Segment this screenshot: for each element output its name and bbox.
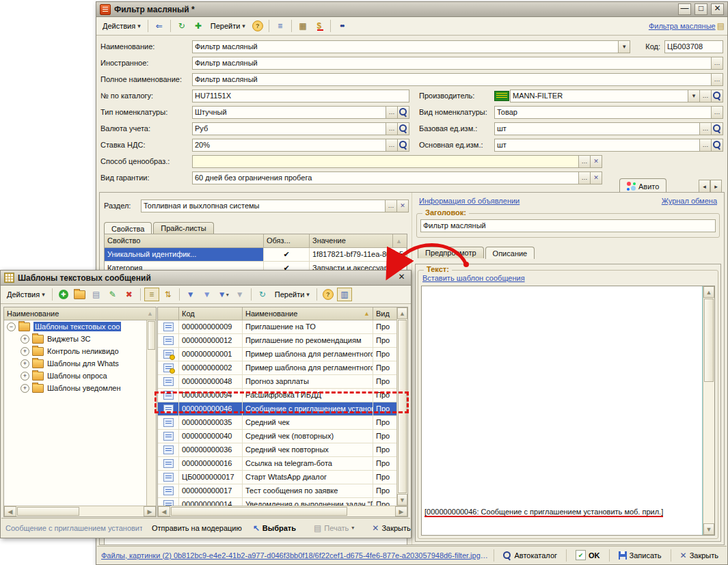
description-scrollbar[interactable]: ▲ ▼: [703, 286, 714, 535]
tab-scroll-right-button[interactable]: ▸: [710, 180, 722, 193]
vat-ellipsis-button[interactable]: …: [386, 139, 398, 152]
scroll-down-button[interactable]: ▼: [397, 494, 407, 506]
ad-info-link[interactable]: Информация об объявлении: [419, 197, 520, 205]
pricing-input[interactable]: [192, 155, 579, 168]
table-row[interactable]: 000000000048 Прогноз зарплаты Про: [158, 375, 396, 389]
maximize-button[interactable]: □: [695, 3, 707, 15]
tab-scroll-left-button[interactable]: ◂: [699, 180, 710, 193]
tab-properties[interactable]: Свойства: [104, 222, 152, 234]
expander-icon[interactable]: −: [7, 322, 16, 331]
type-lookup-button[interactable]: [398, 106, 409, 119]
expander-icon[interactable]: +: [21, 384, 29, 393]
property-row[interactable]: Уникальный идентифик... ✔ 1f817821-bf79-…: [105, 248, 407, 262]
tree-header[interactable]: Наименование ▲: [4, 307, 156, 320]
go-button[interactable]: Перейти: [207, 20, 249, 32]
scroll-up-button[interactable]: ▲: [703, 286, 714, 298]
templates-help-button[interactable]: ?: [321, 288, 336, 301]
add-group-button[interactable]: [72, 288, 87, 301]
name-input[interactable]: Фильтр масляный: [192, 40, 619, 53]
base-unit-ellipsis-button[interactable]: …: [700, 122, 712, 135]
code-input[interactable]: ЦБ003708: [664, 40, 723, 53]
razdel-clear-button[interactable]: ✕: [397, 199, 409, 212]
base-unit-input[interactable]: шт: [494, 122, 700, 135]
type-input[interactable]: Штучный: [192, 106, 386, 119]
add-button[interactable]: ✚: [56, 288, 71, 301]
currency-ellipsis-button[interactable]: …: [386, 122, 398, 135]
full-name-input[interactable]: Фильтр масляный: [192, 73, 712, 86]
kind-input[interactable]: Товар: [494, 106, 712, 119]
scrollbar-thumb[interactable]: [148, 321, 155, 350]
main-unit-input[interactable]: шт: [494, 139, 700, 152]
table-row[interactable]: 000000000046 Сообщение с приглашением ус…: [158, 402, 396, 416]
expander-icon[interactable]: +: [21, 347, 29, 356]
currency-lookup-button[interactable]: [398, 122, 409, 135]
type-ellipsis-button[interactable]: …: [386, 106, 398, 119]
prices-button[interactable]: $: [312, 19, 327, 33]
tree-scrollbar[interactable]: [146, 320, 156, 506]
column-header[interactable]: Значение: [310, 234, 393, 247]
filter-menu-button[interactable]: ▼▾: [216, 288, 231, 301]
tree-item[interactable]: + Шаблоны уведомлен: [4, 382, 146, 394]
currency-input[interactable]: Руб: [192, 122, 386, 135]
manufacturer-dropdown-button[interactable]: ▾: [688, 89, 700, 102]
table-row[interactable]: 000000000001 Пример шаблона для регламен…: [158, 348, 396, 361]
table-row[interactable]: 000000000036 Средний чек повторных Про: [158, 443, 396, 457]
related-forms-button[interactable]: ▦: [295, 19, 310, 33]
expander-icon[interactable]: +: [21, 372, 29, 381]
full-name-ellipsis-button[interactable]: …: [712, 73, 723, 86]
table-row[interactable]: 000000000012 Приглашение по рекомендация…: [158, 334, 396, 348]
close-form-button[interactable]: ✕Закрыть: [676, 549, 723, 562]
column-header[interactable]: Обяз...: [264, 234, 310, 247]
warranty-clear-button[interactable]: ✕: [591, 171, 602, 184]
expander-icon[interactable]: +: [21, 335, 29, 344]
main-unit-lookup-button[interactable]: [712, 139, 723, 152]
write-close-button[interactable]: ⇐: [152, 19, 167, 33]
close-button[interactable]: ✕: [711, 3, 724, 15]
ad-title-input[interactable]: Фильтр масляный: [420, 219, 716, 232]
table-row[interactable]: 000000000035 Средний чек Про: [158, 416, 396, 430]
scrollbar-thumb[interactable]: [704, 299, 714, 382]
warranty-input[interactable]: 60 дней без ограничения пробега: [192, 171, 579, 184]
table-row[interactable]: 000000000040 Средний чек (повторных) Про: [158, 430, 396, 443]
delete-button[interactable]: ✖: [122, 288, 137, 301]
ok-button[interactable]: ✔OK: [571, 548, 604, 562]
pricing-ellipsis-button[interactable]: …: [579, 155, 591, 168]
expander-icon[interactable]: +: [21, 359, 29, 368]
tree-hscrollbar[interactable]: ◀ ▶: [4, 506, 156, 516]
templates-close-button[interactable]: ✕: [396, 273, 407, 283]
base-unit-lookup-button[interactable]: [712, 122, 723, 135]
catalog-input[interactable]: HU71151X: [192, 89, 409, 102]
scroll-left-button[interactable]: ◀: [4, 506, 16, 516]
copy-add-button[interactable]: ✚: [191, 19, 206, 33]
minimize-button[interactable]: —: [678, 3, 691, 15]
tab-preview[interactable]: Предпросмотр: [418, 247, 484, 258]
tree-item[interactable]: + Шаблоны для Whats: [4, 357, 146, 370]
scroll-down-button[interactable]: ▼: [703, 523, 714, 535]
tree-item[interactable]: + Виджеты ЗС: [4, 333, 146, 345]
files-link[interactable]: Файлы, картинки (2) 0b812bc9-e4e2-41b2-a…: [101, 551, 489, 560]
templates-refresh-button[interactable]: ↻: [255, 288, 270, 301]
icon-column-header[interactable]: [158, 307, 179, 320]
send-moderation-button[interactable]: Отправить на модерацию: [148, 522, 246, 534]
list-settings-button[interactable]: ≡: [273, 19, 288, 33]
filter-clear-button[interactable]: ▼: [232, 288, 247, 301]
name-dropdown-button[interactable]: ▾: [619, 40, 630, 53]
templates-hscrollbar[interactable]: ◀ ▶: [158, 506, 407, 516]
filters-list-link[interactable]: Фильтра масляные: [649, 22, 716, 30]
filter-by-value-button[interactable]: ▼: [200, 288, 215, 301]
refresh-button[interactable]: ↻: [174, 19, 189, 33]
vat-input[interactable]: 20%: [192, 139, 386, 152]
kind-ellipsis-button[interactable]: …: [712, 106, 723, 119]
templates-close-form-button[interactable]: ✕Закрыть: [368, 522, 414, 534]
manufacturer-lookup-button[interactable]: [712, 89, 723, 102]
save-button[interactable]: Записать: [615, 549, 666, 562]
scroll-left-button[interactable]: ◀: [158, 506, 170, 516]
type-column-header[interactable]: Вид: [373, 307, 396, 320]
filter-set-button[interactable]: ▼: [183, 288, 198, 301]
tab-description[interactable]: Описание: [485, 247, 535, 259]
description-text[interactable]: [000000000046: Сообщение с приглашением …: [422, 286, 703, 535]
tree-item[interactable]: − Шаблоны текстовых соо: [4, 320, 146, 333]
scrollbar-thumb[interactable]: [398, 320, 407, 493]
tree-panel-toggle-button[interactable]: ▥: [337, 288, 352, 301]
print-button[interactable]: ▤Печать▾: [310, 522, 358, 534]
